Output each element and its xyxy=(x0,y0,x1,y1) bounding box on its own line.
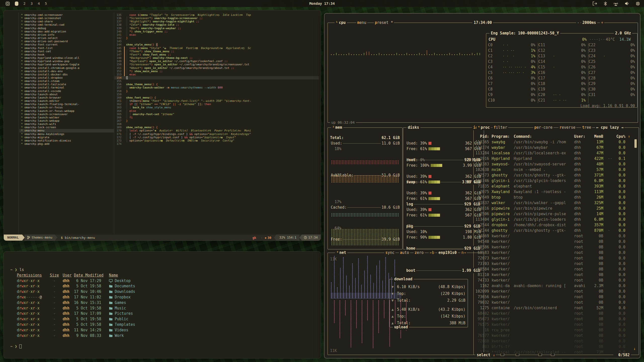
process-row[interactable]: 73656kworker/root0B0.0 xyxy=(473,294,636,300)
per-core-button[interactable]: per-core xyxy=(533,125,553,130)
interval-minus-button[interactable]: - xyxy=(576,20,580,25)
net-sync-button[interactable]: sync xyxy=(384,250,395,255)
process-row[interactable]: 113365swaybg/usr/bin/swaybg -i /homdhh13… xyxy=(473,139,636,145)
file-item[interactable]: *omarchy-hook xyxy=(19,53,114,56)
file-item[interactable]: *omarchy-launch-webapp xyxy=(19,119,114,122)
file-item[interactable]: *omarchy-launch-about xyxy=(19,93,114,96)
proc-scrollbar[interactable] xyxy=(634,139,637,148)
process-row[interactable]: 76577kworker/root0B0.0 xyxy=(473,333,636,338)
net-auto-button[interactable]: auto xyxy=(399,250,410,255)
file-item[interactable]: *omarchy-launch-screensaver xyxy=(19,113,114,116)
file-item[interactable]: *omarchy-dev-add-migration xyxy=(19,30,114,33)
file-item[interactable]: *omarchy-launch-walker xyxy=(19,116,114,119)
file-item[interactable]: *omarchy-install-steam xyxy=(19,79,114,83)
process-row[interactable]: 73703kworker/root0B0.0 xyxy=(473,261,636,266)
process-row[interactable]: 94540kworker/root0B0.0 xyxy=(473,239,636,244)
file-item[interactable]: *omarchy-launch-or-focus-webapp xyxy=(19,109,114,113)
process-row[interactable]: 106746glycin-i/usr/lib/glycin-loadersdhh… xyxy=(473,178,636,184)
process-row[interactable]: 79032kworker/root0B0.0 xyxy=(473,300,636,305)
file-item[interactable]: *omarchy-install-vscode xyxy=(19,89,114,93)
interval-plus-button[interactable]: + xyxy=(600,20,604,25)
file-item[interactable]: *omarchy-launch-browser xyxy=(19,96,114,99)
process-row[interactable]: 63816pipewire/usr/bin/pipewiredhh25M0.0 xyxy=(473,206,636,211)
file-item[interactable]: *omarchy-notification-dismiss xyxy=(19,139,114,142)
process-row[interactable]: 803btrfs-trroot0B0.0 xyxy=(473,344,636,349)
file-item[interactable]: *omarchy-drive-set-password xyxy=(19,40,114,43)
preset-button[interactable]: preset * xyxy=(374,20,394,25)
file-item[interactable]: *omarchy-cmd-terminal-cwd xyxy=(19,23,114,26)
file-item[interactable]: *omarchy-cmd-screenshot xyxy=(19,17,114,20)
file-item[interactable]: *omarchy-install-terminal xyxy=(19,86,114,89)
process-row[interactable]: 71835elephantelephantdhh393M0.0 xyxy=(473,184,636,189)
network-icon[interactable] xyxy=(613,2,618,6)
process-row[interactable]: 95673kworker/root0B0.0 xyxy=(473,316,636,322)
file-item[interactable]: *omarchy-pkg-add xyxy=(19,142,114,146)
process-row[interactable]: 68402kworker/root0B0.0 xyxy=(473,311,636,316)
terminal-window[interactable]: ~ ❯ lsPermissionsSizeUserDate ModifiedNa… xyxy=(4,251,321,358)
bluetooth-icon[interactable] xyxy=(604,2,607,6)
net-zero-button[interactable]: zero xyxy=(414,250,425,255)
file-item[interactable]: *omarchy-drive-info xyxy=(19,33,114,36)
process-row[interactable]: 68583kworker/root0B0.0 xyxy=(473,250,636,255)
reverse-button[interactable]: reverse xyxy=(558,125,576,130)
terminal-cursor[interactable] xyxy=(19,344,22,348)
file-item[interactable]: *omarchy-migrate xyxy=(19,136,114,139)
file-item[interactable]: *omarchy-debug xyxy=(19,27,114,30)
process-row[interactable]: 16rcu_preeroot0B0.0 xyxy=(473,327,636,333)
chip-icon[interactable] xyxy=(636,2,640,6)
file-item[interactable]: *omarchy-launch-editor xyxy=(19,99,114,103)
process-row[interactable]: 71837walker/usr/bin/walker --gappldhh325… xyxy=(473,200,636,206)
process-row[interactable]: 72073kworker/root0B0.0 xyxy=(473,255,636,261)
process-row[interactable]: 102099kworker/root0B0.0 xyxy=(473,289,636,294)
process-row[interactable]: 2506pipewire/usr/bin/pipewire-pulsedhh14… xyxy=(473,211,636,217)
file-item[interactable]: *omarchy-hyprland-window-close-all xyxy=(19,56,114,60)
process-row[interactable]: 1170tailscal/usr/sbin/tailscaled --root7… xyxy=(473,349,636,355)
sort-column-selector[interactable]: ← cpu lazy → xyxy=(595,125,624,130)
file-item[interactable]: *omarchy-install-tailscale xyxy=(19,83,114,86)
process-row[interactable]: 68586kworker/root0B0.0 xyxy=(473,244,636,250)
pane-divider[interactable] xyxy=(114,12,114,234)
process-row[interactable]: 2544dropbox/home/dhh/.dropbox-distdhh357… xyxy=(473,222,636,228)
net-iface-prev-button[interactable]: ←b xyxy=(429,250,435,255)
process-row[interactable]: 87573ghostty/usr/bin/ghostty --gtk-dhh37… xyxy=(473,172,636,178)
process-row[interactable]: 74869kworker/root0B0.0 xyxy=(473,233,636,239)
file-item[interactable]: *omarchy-launch-wifi xyxy=(19,122,114,126)
proc-scroll-down-arrow[interactable]: ↓ xyxy=(633,346,636,351)
process-row[interactable]: 87649btopbtopdhh26M0.0 xyxy=(473,195,636,200)
process-row[interactable]: 72088kworker/root0B0.0 xyxy=(473,338,636,344)
process-row[interactable]: 102638nvimnvim --embed .dhh57M0.0 xyxy=(473,167,636,172)
file-item[interactable]: *omarchy-install-docker-dbs xyxy=(19,73,114,76)
select-arrow[interactable]: ↓ xyxy=(492,352,496,358)
net-iface-next-button[interactable]: n→ xyxy=(460,250,467,255)
file-item[interactable]: *omarchy-install-chromium-google-a xyxy=(19,66,114,70)
process-row[interactable]: 2075XwaylandXwayland :1 -rootless -dhh11… xyxy=(473,189,636,195)
process-row[interactable]: 113383swayosd-/usr/bin/swayosd-serverdhh… xyxy=(473,161,636,167)
menu-button[interactable]: menu xyxy=(356,20,367,25)
file-item[interactable]: *omarchy-cmd-screensaver xyxy=(19,13,114,17)
file-item[interactable]: *omarchy-install-dropbox xyxy=(19,76,114,79)
file-item[interactable]: *omarchy-font-set xyxy=(19,50,114,53)
file-item[interactable]: *omarchy-menu xyxy=(19,129,114,132)
file-item[interactable]: *omarchy-drive-select xyxy=(19,36,114,40)
volume-icon[interactable] xyxy=(625,2,629,6)
file-item[interactable]: *omarchy-launch-floating-terminal- xyxy=(19,103,114,106)
process-row[interactable]: 12244ghostty/usr/bin/ghostty --gtk-dhh87… xyxy=(473,228,636,233)
process-row[interactable]: 76575kworker/root0B0.0 xyxy=(473,322,636,327)
process-row[interactable]: 68584kworker/root0B0.0 xyxy=(473,266,636,272)
file-item[interactable]: *omarchy-font-current xyxy=(19,43,114,46)
file-item[interactable]: *omarchy-menu-keybindings xyxy=(19,132,114,136)
process-row[interactable]: 113284localsea/usr/lib/localsearch-exdhh… xyxy=(473,150,636,156)
code-pane[interactable]: 135 case $(menu "Toggle" "◫ Screensaver\… xyxy=(114,13,319,146)
file-item[interactable]: *omarchy-hyprland-workspace-toggle xyxy=(19,63,114,66)
file-item[interactable]: *omarchy-font-list xyxy=(19,47,114,50)
filter-button[interactable]: filter xyxy=(493,125,508,130)
process-row[interactable]: 113374waybar/usr/bin/waybardhh67M0.0 xyxy=(473,145,636,150)
file-item[interactable]: *omarchy-launch-or-focus xyxy=(19,106,114,109)
process-row[interactable]: 1275containe/usr/bin/containerdroot52M0.… xyxy=(473,305,636,311)
file-item[interactable]: *omarchy-hyprland-window-pop xyxy=(19,60,114,63)
tree-button[interactable]: tree xyxy=(581,125,592,130)
process-row[interactable]: 74733kworker/root0B0.0 xyxy=(473,278,636,283)
file-item[interactable]: *omarchy-cmd-share xyxy=(19,20,114,23)
process-row[interactable]: 81310kworker/root0B0.0 xyxy=(473,272,636,278)
select-button[interactable]: select xyxy=(475,352,492,358)
